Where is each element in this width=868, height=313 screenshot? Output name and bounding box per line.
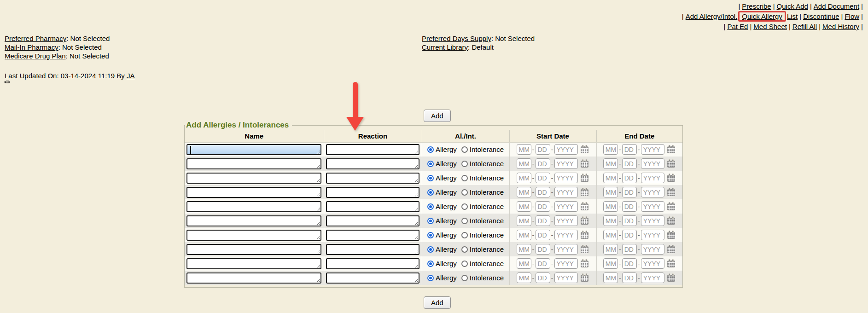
end-date-day-input[interactable]	[622, 258, 637, 269]
edit-pencil-icon[interactable]: ✏	[4, 79, 10, 86]
allergy-radio[interactable]	[427, 189, 434, 196]
allergy-radio[interactable]	[427, 203, 434, 210]
nav-link-discontinue[interactable]: Discontinue	[803, 12, 839, 20]
end-date-month-input[interactable]	[603, 201, 618, 212]
start-date-day-input[interactable]	[536, 244, 550, 255]
end-date-year-input[interactable]	[641, 272, 664, 283]
end-date-month-input[interactable]	[603, 258, 618, 269]
start-date-month-input[interactable]	[517, 244, 531, 255]
reaction-textarea[interactable]	[326, 244, 419, 255]
start-date-calendar-button[interactable]	[580, 202, 589, 211]
intolerance-radio[interactable]	[461, 175, 468, 181]
reaction-textarea[interactable]	[326, 158, 419, 169]
start-date-year-input[interactable]	[554, 187, 578, 197]
end-date-day-input[interactable]	[622, 272, 637, 283]
nav-link-prescribe[interactable]: Prescribe	[742, 2, 771, 10]
end-date-day-input[interactable]	[622, 230, 637, 240]
start-date-month-input[interactable]	[517, 258, 531, 269]
end-date-month-input[interactable]	[603, 230, 618, 240]
end-date-year-input[interactable]	[641, 244, 664, 255]
intolerance-radio[interactable]	[461, 146, 468, 153]
end-date-year-input[interactable]	[641, 201, 664, 212]
end-date-calendar-button[interactable]	[666, 244, 676, 254]
end-date-calendar-button[interactable]	[666, 273, 676, 283]
reaction-textarea[interactable]	[326, 201, 419, 212]
last-updated-user-link[interactable]: JA	[127, 72, 135, 80]
end-date-year-input[interactable]	[641, 258, 664, 269]
end-date-month-input[interactable]	[603, 173, 618, 183]
start-date-calendar-button[interactable]	[580, 273, 589, 283]
end-date-day-input[interactable]	[622, 144, 637, 155]
start-date-day-input[interactable]	[536, 187, 550, 197]
reaction-textarea[interactable]	[326, 272, 419, 284]
allergy-radio[interactable]	[427, 146, 434, 153]
pharmacy-info-link-medicare-drug-plan[interactable]: Medicare Drug Plan	[5, 52, 66, 60]
start-date-day-input[interactable]	[536, 258, 550, 269]
start-date-month-input[interactable]	[517, 144, 531, 155]
end-date-day-input[interactable]	[622, 244, 637, 255]
allergy-radio[interactable]	[427, 275, 434, 281]
end-date-month-input[interactable]	[603, 144, 618, 155]
start-date-day-input[interactable]	[536, 215, 550, 226]
end-date-calendar-button[interactable]	[666, 159, 676, 168]
end-date-calendar-button[interactable]	[666, 230, 676, 240]
name-textarea[interactable]	[186, 272, 321, 284]
add-button-bottom[interactable]: Add	[424, 296, 451, 309]
start-date-calendar-button[interactable]	[580, 187, 589, 197]
end-date-day-input[interactable]	[622, 215, 637, 226]
end-date-year-input[interactable]	[641, 158, 664, 169]
add-button-top[interactable]: Add	[424, 110, 451, 122]
name-textarea[interactable]	[186, 258, 321, 269]
intolerance-radio[interactable]	[461, 261, 468, 267]
start-date-year-input[interactable]	[554, 230, 578, 240]
end-date-calendar-button[interactable]	[666, 259, 676, 268]
start-date-month-input[interactable]	[517, 201, 531, 212]
start-date-calendar-button[interactable]	[580, 216, 589, 226]
reaction-textarea[interactable]	[326, 258, 419, 269]
allergy-radio[interactable]	[427, 161, 434, 167]
reaction-textarea[interactable]	[326, 187, 419, 198]
name-textarea[interactable]	[186, 230, 321, 241]
end-date-year-input[interactable]	[641, 230, 664, 240]
name-textarea[interactable]	[186, 173, 321, 184]
intolerance-radio[interactable]	[461, 161, 468, 167]
start-date-calendar-button[interactable]	[580, 230, 589, 240]
start-date-year-input[interactable]	[554, 144, 578, 155]
nav-link-quick-allergy[interactable]: Quick Allergy	[742, 12, 782, 20]
start-date-calendar-button[interactable]	[580, 259, 589, 268]
start-date-day-input[interactable]	[536, 272, 550, 283]
intolerance-radio[interactable]	[461, 203, 468, 210]
start-date-day-input[interactable]	[536, 144, 550, 155]
end-date-month-input[interactable]	[603, 215, 618, 226]
allergy-radio[interactable]	[427, 175, 434, 181]
start-date-day-input[interactable]	[536, 201, 550, 212]
end-date-day-input[interactable]	[622, 187, 637, 197]
nav-link-add-allergy-intol[interactable]: Add Allergy/Intol.	[686, 12, 738, 20]
pharmacy-info-link-preferred-pharmacy[interactable]: Preferred Pharmacy	[5, 35, 66, 42]
start-date-year-input[interactable]	[554, 272, 578, 283]
nav-link-refill-all[interactable]: Refill All	[792, 23, 817, 30]
end-date-day-input[interactable]	[622, 158, 637, 169]
reaction-textarea[interactable]	[326, 230, 419, 241]
nav-link-pat-ed[interactable]: Pat Ed	[727, 23, 748, 30]
end-date-year-input[interactable]	[641, 173, 664, 183]
start-date-calendar-button[interactable]	[580, 244, 589, 254]
end-date-calendar-button[interactable]	[666, 202, 676, 211]
end-date-month-input[interactable]	[603, 187, 618, 197]
start-date-year-input[interactable]	[554, 173, 578, 183]
intolerance-radio[interactable]	[461, 246, 468, 253]
end-date-calendar-button[interactable]	[666, 216, 676, 226]
name-textarea[interactable]	[186, 158, 321, 169]
end-date-year-input[interactable]	[641, 144, 664, 155]
pharmacy-info-link-mail-in-pharmacy[interactable]: Mail-In Pharmacy	[5, 43, 58, 51]
nav-link-list[interactable]: List	[787, 12, 798, 20]
start-date-year-input[interactable]	[554, 158, 578, 169]
intolerance-radio[interactable]	[461, 189, 468, 196]
name-textarea[interactable]	[186, 244, 321, 255]
reaction-textarea[interactable]	[326, 173, 419, 184]
nav-link-med-sheet[interactable]: Med Sheet	[753, 23, 787, 30]
start-date-calendar-button[interactable]	[580, 159, 589, 168]
start-date-month-input[interactable]	[517, 173, 531, 183]
end-date-month-input[interactable]	[603, 272, 618, 283]
nav-link-add-document[interactable]: Add Document	[814, 2, 859, 10]
